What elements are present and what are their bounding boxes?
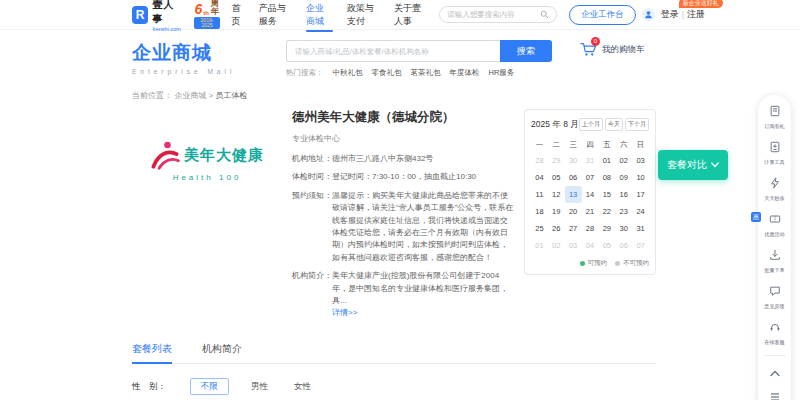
toolbar-item-flash-sale[interactable]: 天天秒杀 bbox=[758, 175, 791, 203]
calendar-day[interactable]: 16 bbox=[615, 186, 632, 203]
calendar-day[interactable]: 22 bbox=[598, 203, 615, 220]
gender-option[interactable]: 女性 bbox=[294, 381, 311, 391]
floating-toolbar: 订阅有礼 计算工具 天天秒杀 惠 优惠活动 批量下单 意见反馈 在线客服 bbox=[758, 95, 791, 400]
calendar-day: 01 bbox=[531, 237, 548, 254]
nav-item[interactable]: 首页 bbox=[232, 0, 245, 32]
calendar-day[interactable]: 11 bbox=[531, 186, 548, 203]
calendar-day[interactable]: 26 bbox=[548, 220, 565, 237]
calendar-day[interactable]: 24 bbox=[632, 203, 649, 220]
org-time-value: 登记时间：7:30-10：00，抽血截止10:30 bbox=[332, 171, 476, 183]
calendar-day[interactable]: 12 bbox=[548, 186, 565, 203]
calendar-day[interactable]: 02 bbox=[615, 152, 632, 169]
calendar-day[interactable]: 20 bbox=[565, 203, 582, 220]
calendar-day[interactable]: 23 bbox=[615, 203, 632, 220]
compare-packages-button[interactable]: 套餐对比 bbox=[658, 150, 728, 180]
calendar-day[interactable]: 17 bbox=[632, 186, 649, 203]
toolbar-menu-button[interactable] bbox=[758, 384, 791, 400]
login-link[interactable]: 登录 bbox=[661, 8, 679, 21]
calendar-day[interactable]: 01 bbox=[598, 152, 615, 169]
mall-logo-cn: 企业商城 bbox=[132, 40, 284, 66]
cart-button[interactable]: 0 我的购物车 bbox=[580, 42, 645, 57]
hot-search-link[interactable]: HR服务 bbox=[489, 68, 515, 78]
org-logo-cn: 美年大健康 bbox=[184, 146, 264, 165]
toolbar-item-subscribe[interactable]: 订阅有礼 bbox=[758, 103, 791, 131]
feedback-icon bbox=[769, 285, 781, 297]
mall-logo[interactable]: 企业商城 Enterprise Mall bbox=[132, 40, 284, 75]
calendar-day[interactable]: 18 bbox=[531, 203, 548, 220]
calendar-day[interactable]: 08 bbox=[598, 169, 615, 186]
tab-package-list[interactable]: 套餐列表 bbox=[132, 342, 172, 363]
calendar-day[interactable]: 21 bbox=[582, 203, 599, 220]
calendar-day[interactable]: 19 bbox=[548, 203, 565, 220]
calendar-day: 02 bbox=[548, 237, 565, 254]
nav-item[interactable]: 产品与服务 bbox=[259, 0, 292, 32]
calendar-day[interactable]: 28 bbox=[582, 220, 599, 237]
org-time-row: 体检时间： 登记时间：7:30-10：00，抽血截止10:30 bbox=[292, 171, 514, 183]
hot-search-link[interactable]: 中秋礼包 bbox=[333, 68, 363, 78]
calendar-day[interactable]: 09 bbox=[615, 169, 632, 186]
gender-option[interactable]: 男性 bbox=[251, 381, 268, 391]
flash-sale-icon bbox=[769, 177, 781, 189]
irenshi-logo[interactable]: R 壹人事 Irenshi.com bbox=[132, 0, 182, 32]
toolbar-item-feedback[interactable]: 意见反馈 bbox=[758, 283, 791, 311]
calendar-legend: 可预约不可预约 bbox=[531, 259, 649, 268]
calendar-nav-button[interactable]: 上个月 bbox=[579, 118, 603, 131]
calendar-day[interactable]: 03 bbox=[632, 152, 649, 169]
calendar-day[interactable]: 04 bbox=[531, 169, 548, 186]
calendar-legend-item: 可预约 bbox=[580, 259, 608, 268]
top-search-input[interactable] bbox=[447, 10, 540, 19]
toolbar-item-calculator[interactable]: 计算工具 bbox=[758, 139, 791, 167]
calendar-day[interactable]: 27 bbox=[565, 220, 582, 237]
calendar-day[interactable]: 14 bbox=[582, 186, 599, 203]
nav-item[interactable]: 政策与支付 bbox=[347, 0, 380, 32]
hot-search-link[interactable]: 茗茶礼包 bbox=[411, 68, 441, 78]
top-search[interactable] bbox=[439, 6, 557, 23]
legend-label: 不可预约 bbox=[623, 259, 649, 268]
org-intro-detail-link[interactable]: 详情>> bbox=[332, 308, 357, 317]
calendar-weekday: 二 bbox=[548, 140, 565, 150]
nav-item[interactable]: 企业商城 bbox=[306, 0, 333, 32]
hot-search-link[interactable]: 年度体检 bbox=[450, 68, 480, 78]
calendar-day[interactable]: 31 bbox=[632, 220, 649, 237]
batch-order-icon bbox=[769, 249, 781, 261]
calendar-day[interactable]: 13 bbox=[565, 186, 582, 203]
hot-search-link[interactable]: 零食礼包 bbox=[372, 68, 402, 78]
gender-option[interactable]: 不限 bbox=[190, 378, 229, 395]
toolbar-item-coupon[interactable]: 惠 优惠活动 bbox=[758, 211, 791, 239]
calendar-day[interactable]: 07 bbox=[582, 169, 599, 186]
meinian-figure-icon bbox=[150, 139, 180, 171]
nav-item[interactable]: 关于壹人事 bbox=[394, 0, 427, 32]
calendar-nav-button[interactable]: 今天 bbox=[605, 118, 623, 131]
calendar-nav-button[interactable]: 下个月 bbox=[625, 118, 649, 131]
calendar-day[interactable]: 06 bbox=[565, 169, 582, 186]
mall-search-button[interactable]: 搜索 bbox=[500, 40, 552, 62]
calendar-day[interactable]: 10 bbox=[632, 169, 649, 186]
workbench-button[interactable]: 企业工作台 bbox=[569, 5, 636, 25]
calendar-day[interactable]: 05 bbox=[548, 169, 565, 186]
mall-search-block: 搜索 热门搜索： 中秋礼包零食礼包茗茶礼包年度体检HR服务 bbox=[286, 40, 552, 78]
calendar-day[interactable]: 15 bbox=[598, 186, 615, 203]
mall-search-input[interactable] bbox=[286, 40, 500, 62]
back-to-top-button[interactable] bbox=[758, 360, 791, 384]
filters: 性 别： 不限男性女性 套餐类别： 不限 入职体检老年体检中年体检青年体检儿童体… bbox=[132, 378, 656, 400]
gender-filter-label: 性 别： bbox=[132, 378, 190, 395]
toolbar-item-label: 天天秒杀 bbox=[760, 195, 788, 203]
mall-logo-en: Enterprise Mall bbox=[132, 68, 284, 75]
breadcrumb-prefix: 当前位置： bbox=[132, 91, 172, 100]
toolbar-item-batch-order[interactable]: 批量下单 bbox=[758, 247, 791, 275]
org-intro-label: 机构简介： bbox=[292, 270, 332, 320]
toolbar-item-label: 订阅有礼 bbox=[760, 123, 788, 131]
cart-label: 我的购物车 bbox=[602, 44, 645, 56]
mall-header: 企业商城 Enterprise Mall 搜索 热门搜索： 中秋礼包零食礼包茗茶… bbox=[132, 40, 672, 78]
toolbar-item-service[interactable]: 在线客服 bbox=[758, 319, 791, 347]
calendar-buttons: 上个月今天下个月 bbox=[579, 118, 649, 131]
calendar-day[interactable]: 25 bbox=[531, 220, 548, 237]
calendar-day[interactable]: 30 bbox=[615, 220, 632, 237]
tab-org-intro[interactable]: 机构简介 bbox=[202, 342, 242, 363]
breadcrumb-home[interactable]: 企业商城 bbox=[174, 91, 206, 100]
topbar-right: 企业工作台 新企业送好礼 登录 | 注册 bbox=[569, 5, 705, 25]
calendar-day[interactable]: 29 bbox=[598, 220, 615, 237]
brand-name: 壹人事 bbox=[152, 0, 182, 26]
calendar-day: 05 bbox=[598, 237, 615, 254]
register-link[interactable]: 注册 bbox=[687, 8, 705, 21]
